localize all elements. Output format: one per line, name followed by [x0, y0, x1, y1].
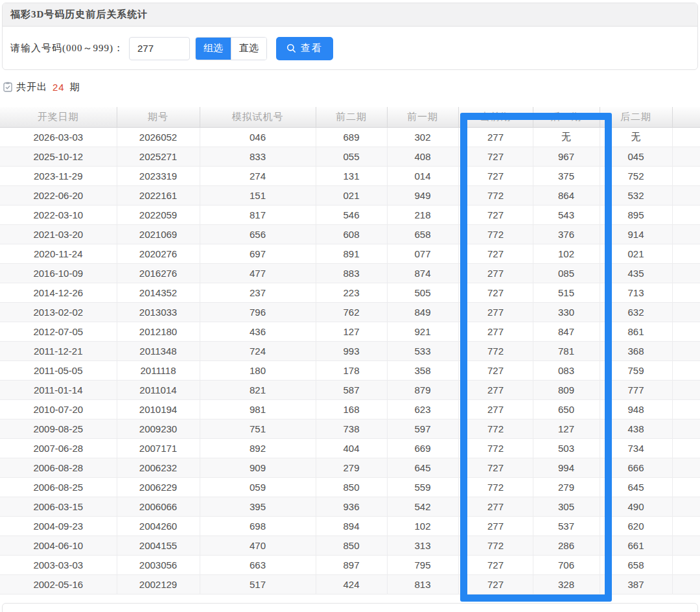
table-cell: 850 — [316, 477, 387, 497]
table-cell: 994 — [533, 458, 600, 477]
table-cell: 724 — [200, 341, 316, 360]
table-cell: 2016276 — [117, 263, 200, 283]
table-cell: 914 — [600, 224, 672, 244]
table-cell: 658 — [600, 555, 672, 574]
table-cell: 438 — [600, 419, 672, 438]
table-row: 2010-07-202010194981168623277650948 — [0, 399, 700, 419]
table-cell: 781 — [533, 341, 600, 360]
table-cell: 2006066 — [117, 497, 200, 516]
table-cell: 2010-07-20 — [0, 399, 117, 419]
table-cell-truncated — [672, 516, 700, 536]
table-cell: 883 — [316, 263, 387, 283]
table-cell: 274 — [200, 166, 316, 185]
table-cell: 2004-09-23 — [0, 516, 117, 536]
table-cell: 727 — [458, 360, 533, 380]
number-input[interactable] — [129, 37, 190, 60]
table-cell: 861 — [600, 322, 672, 341]
table-cell: 795 — [387, 555, 458, 574]
table-cell: 2002-05-16 — [0, 574, 117, 594]
view-button-label: 查看 — [301, 42, 323, 54]
table-row: 2022-03-102022059817546218727543895 — [0, 205, 700, 224]
table-cell-truncated — [672, 497, 700, 516]
table-cell: 546 — [316, 205, 387, 224]
table-cell: 395 — [200, 497, 316, 516]
table-row: 2007-06-282007171892404669772503734 — [0, 438, 700, 458]
query-card: 福彩3D号码历史前后关系统计 请输入号码(000～999)： 组选 直选 查看 — [2, 3, 698, 70]
table-cell: 542 — [387, 497, 458, 516]
table-cell: 751 — [200, 419, 316, 438]
table-cell: 772 — [458, 536, 533, 555]
table-cell: 2011-12-21 — [0, 341, 117, 360]
table-cell: 2025-10-12 — [0, 147, 117, 166]
table-cell: 2007-06-28 — [0, 438, 117, 458]
table-cell-truncated — [672, 458, 700, 477]
table-row: 2016-10-092016276477883874277085435 — [0, 263, 700, 283]
table-cell: 2026-03-03 — [0, 127, 117, 147]
table-cell: 948 — [600, 399, 672, 419]
table-row: 2025-10-122025271833055408727967045 — [0, 147, 700, 166]
table-cell: 045 — [600, 147, 672, 166]
table-header-row: 开奖日期期号模拟试机号前二期前一期当前期后一期后二期 — [0, 107, 700, 127]
summary-line: 共开出24期 — [3, 79, 80, 95]
table-cell: 436 — [200, 322, 316, 341]
table-cell: 2010194 — [117, 399, 200, 419]
table-cell: 713 — [600, 283, 672, 302]
column-header: 开奖日期 — [0, 107, 117, 127]
table-cell: 517 — [200, 574, 316, 594]
table-cell: 727 — [458, 555, 533, 574]
table-cell: 277 — [458, 127, 533, 147]
table-cell: 537 — [533, 516, 600, 536]
table-cell: 645 — [600, 477, 672, 497]
table-cell: 2020276 — [117, 244, 200, 263]
table-cell: 279 — [316, 458, 387, 477]
table-cell: 921 — [387, 322, 458, 341]
table-cell: 2021069 — [117, 224, 200, 244]
table-cell: 895 — [600, 205, 672, 224]
table-row: 2022-06-202022161151021949772864532 — [0, 185, 700, 205]
table-cell: 559 — [387, 477, 458, 497]
column-header: 前一期 — [387, 107, 458, 127]
table-cell: 168 — [316, 399, 387, 419]
table-cell: 849 — [387, 302, 458, 322]
select-mode-group: 组选 直选 — [195, 37, 267, 60]
table-cell: 2006-03-15 — [0, 497, 117, 516]
table-row: 2004-06-102004155470850313772286661 — [0, 536, 700, 555]
group-select-button[interactable]: 组选 — [196, 38, 231, 60]
column-header: 后二期 — [600, 107, 672, 127]
table-cell: 503 — [533, 438, 600, 458]
table-cell: 277 — [458, 302, 533, 322]
table-cell: 817 — [200, 205, 316, 224]
table-cell: 543 — [533, 205, 600, 224]
view-button[interactable]: 查看 — [276, 37, 333, 60]
table-row: 2011-05-052011118180178358727083759 — [0, 360, 700, 380]
table-cell: 277 — [458, 399, 533, 419]
table-cell: 330 — [533, 302, 600, 322]
table-cell: 313 — [387, 536, 458, 555]
table-cell-truncated — [672, 302, 700, 322]
direct-select-button[interactable]: 直选 — [231, 38, 266, 60]
table-cell: 833 — [200, 147, 316, 166]
table-cell: 2013033 — [117, 302, 200, 322]
table-cell: 277 — [458, 263, 533, 283]
table-cell: 2014352 — [117, 283, 200, 302]
table-cell: 305 — [533, 497, 600, 516]
table-cell: 2006232 — [117, 458, 200, 477]
table-cell: 375 — [533, 166, 600, 185]
table-cell: 936 — [316, 497, 387, 516]
column-header: 后一期 — [533, 107, 600, 127]
table-cell: 772 — [458, 419, 533, 438]
table-cell: 277 — [458, 380, 533, 399]
table-row: 2023-11-292023319274131014727375752 — [0, 166, 700, 185]
table-cell: 762 — [316, 302, 387, 322]
table-cell: 772 — [458, 185, 533, 205]
next-section-panel — [2, 603, 698, 612]
table-cell: 279 — [533, 477, 600, 497]
table-cell: 2004-06-10 — [0, 536, 117, 555]
table-cell: 661 — [600, 536, 672, 555]
table-cell: 772 — [458, 341, 533, 360]
table-cell: 无 — [533, 127, 600, 147]
table-cell-truncated — [672, 574, 700, 594]
table-cell: 021 — [316, 185, 387, 205]
table-cell: 2021-03-20 — [0, 224, 117, 244]
table-cell: 2012180 — [117, 322, 200, 341]
